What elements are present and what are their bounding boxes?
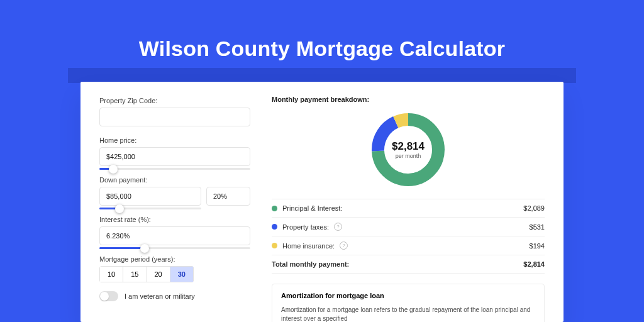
down-label: Down payment: <box>99 176 250 184</box>
legend-dot <box>272 206 277 211</box>
period-option-30[interactable]: 30 <box>170 266 194 282</box>
period-option-15[interactable]: 15 <box>123 266 146 282</box>
down-amount-input[interactable] <box>99 187 201 206</box>
price-slider-thumb[interactable] <box>109 165 118 174</box>
donut-center-value: $2,814 <box>392 140 425 153</box>
donut-center-sub: per month <box>396 153 421 159</box>
breakdown-item-value: $2,089 <box>523 204 545 212</box>
zip-label: Property Zip Code: <box>99 97 250 104</box>
period-option-20[interactable]: 20 <box>147 266 170 282</box>
toggle-knob <box>100 292 109 301</box>
down-slider-thumb[interactable] <box>115 204 124 213</box>
rate-slider-fill <box>99 247 145 249</box>
info-icon[interactable]: ? <box>340 242 348 250</box>
page-title: Wilson County Mortgage Calculator <box>0 0 644 77</box>
breakdown-total-label: Total monthly payment: <box>272 260 349 268</box>
breakdown-item-label: Home insurance: <box>282 242 335 250</box>
breakdown-list: Principal & Interest:$2,089Property taxe… <box>272 199 545 274</box>
down-percent-input[interactable] <box>206 187 250 206</box>
amortization-text: Amortization for a mortgage loan refers … <box>281 306 535 322</box>
veteran-label: I am veteran or military <box>125 292 195 300</box>
breakdown-item-label: Property taxes: <box>282 223 329 231</box>
rate-input[interactable] <box>99 226 250 245</box>
period-label: Mortgage period (years): <box>99 255 250 263</box>
breakdown-item-label: Principal & Interest: <box>282 204 342 212</box>
breakdown-title: Monthly payment breakdown: <box>272 96 545 103</box>
breakdown-total-value: $2,814 <box>523 260 545 268</box>
rate-label: Interest rate (%): <box>99 216 250 223</box>
breakdown-item: Principal & Interest:$2,089 <box>272 199 545 218</box>
info-icon[interactable]: ? <box>334 223 342 231</box>
calculator-card: Property Zip Code: Home price: Down paym… <box>80 82 564 322</box>
price-label: Home price: <box>99 136 250 144</box>
legend-dot <box>272 243 277 248</box>
breakdown-donut: $2,814 per month <box>370 112 446 187</box>
zip-input[interactable] <box>99 108 250 126</box>
breakdown-item-value: $194 <box>530 242 545 250</box>
breakdown-item: Home insurance:?$194 <box>272 236 545 255</box>
form-column: Property Zip Code: Home price: Down paym… <box>99 96 250 308</box>
breakdown-column: Monthly payment breakdown: $2,814 per mo… <box>272 96 545 308</box>
price-slider-track[interactable] <box>99 168 250 170</box>
rate-slider-thumb[interactable] <box>140 244 149 253</box>
legend-dot <box>272 224 277 230</box>
breakdown-item-value: $531 <box>530 223 545 231</box>
veteran-toggle[interactable] <box>99 291 118 301</box>
price-input[interactable] <box>99 147 250 166</box>
amortization-card: Amortization for mortgage loan Amortizat… <box>272 284 545 322</box>
amortization-title: Amortization for mortgage loan <box>281 292 535 299</box>
breakdown-total: Total monthly payment:$2,814 <box>272 255 545 274</box>
period-group: 10152030 <box>99 266 194 282</box>
breakdown-item: Property taxes:?$531 <box>272 218 545 236</box>
accent-band <box>68 68 576 83</box>
period-option-10[interactable]: 10 <box>99 266 123 282</box>
